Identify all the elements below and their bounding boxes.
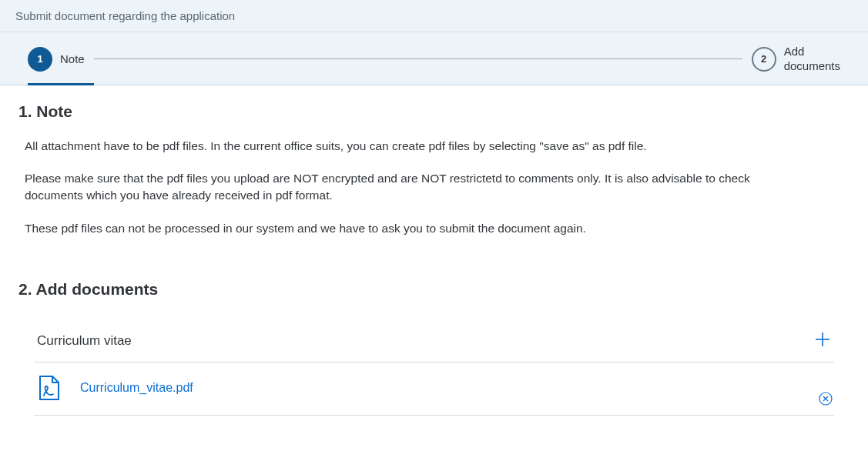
step-number-2: 2	[761, 53, 766, 65]
note-paragraph-1: All attachment have to be pdf files. In …	[18, 138, 758, 155]
page-title: Submit document regarding the applicatio…	[15, 9, 235, 22]
close-circle-icon	[819, 392, 833, 406]
step-circle-1: 1	[28, 47, 52, 72]
page-header: Submit document regarding the applicatio…	[0, 0, 868, 32]
document-type-label: Curriculum vitae	[37, 333, 132, 349]
step-circle-2: 2	[752, 47, 776, 72]
step-label-2: Add documents	[784, 45, 840, 74]
step-number-1: 1	[37, 53, 42, 65]
plus-icon	[814, 331, 831, 348]
document-row: Curriculum_vitae.pdf	[34, 362, 834, 416]
remove-document-button[interactable]	[819, 392, 834, 407]
document-type-row: Curriculum vitae	[34, 319, 834, 362]
wizard-steps: 1 Note 2 Add documents	[0, 32, 868, 85]
step-label-1: Note	[60, 52, 85, 65]
file-link[interactable]: Curriculum_vitae.pdf	[80, 381, 193, 395]
note-paragraph-2: Please make sure that the pdf files you …	[18, 170, 758, 205]
section-title-note: 1. Note	[18, 102, 850, 121]
documents-panel: Curriculum vitae Curriculum_vitae.pdf	[18, 319, 850, 416]
step-connector	[94, 58, 742, 59]
wizard-step-2[interactable]: 2 Add documents	[752, 45, 840, 74]
active-step-indicator	[28, 83, 94, 85]
pdf-file-icon	[37, 375, 62, 401]
add-document-button[interactable]	[814, 331, 831, 351]
section-title-add: 2. Add documents	[18, 280, 850, 299]
wizard-step-1[interactable]: 1 Note	[28, 47, 85, 72]
main-content: 1. Note All attachment have to be pdf fi…	[0, 85, 868, 438]
note-paragraph-3: These pdf files can not be processed in …	[18, 220, 758, 237]
